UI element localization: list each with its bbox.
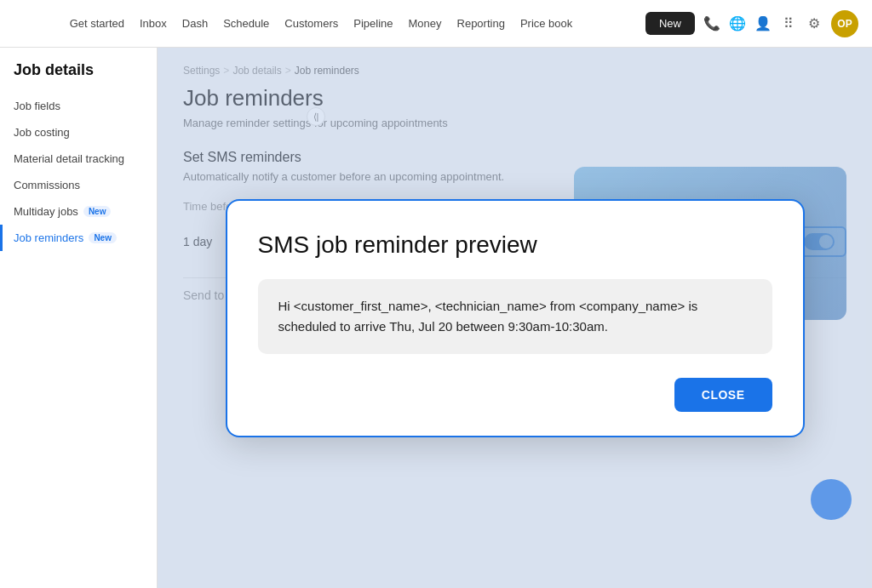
nav-schedule[interactable]: Schedule (223, 17, 269, 30)
sidebar-item-label: Commissions (14, 179, 80, 191)
modal-footer: CLOSE (258, 378, 772, 412)
nav-customers[interactable]: Customers (284, 17, 338, 30)
nav-price-book[interactable]: Price book (520, 17, 572, 30)
grid-icon[interactable]: ⠿ (780, 15, 797, 32)
sidebar-item-multiday-jobs[interactable]: Multiday jobs New (0, 198, 157, 225)
new-badge: New (83, 206, 112, 217)
sidebar-item-label: Job costing (14, 126, 70, 139)
sidebar-item-job-fields[interactable]: Job fields (0, 93, 157, 119)
new-button[interactable]: New (645, 12, 695, 35)
nav-dash[interactable]: Dash (182, 17, 208, 30)
sidebar-item-commissions[interactable]: Commissions (0, 172, 157, 198)
avatar[interactable]: OP (831, 10, 858, 37)
globe-icon[interactable]: 🌐 (729, 15, 746, 32)
new-badge: New (89, 232, 117, 243)
nav-inbox[interactable]: Inbox (140, 17, 167, 30)
sms-preview-modal: SMS job reminder preview Hi <customer_fi… (226, 199, 805, 437)
sidebar-item-label: Job reminders (14, 231, 83, 244)
sidebar-item-job-costing[interactable]: Job costing (0, 119, 157, 146)
sidebar-item-label: Multiday jobs (14, 205, 78, 218)
sidebar-item-label: Job fields (14, 100, 60, 112)
sms-preview-text: Hi <customer_first_name>, <technician_na… (278, 296, 752, 337)
main-layout: Job details Job fields Job costing Mater… (0, 48, 872, 588)
sidebar-title: Job details (0, 61, 157, 93)
nav-links: Get started Inbox Dash Schedule Customer… (14, 17, 628, 30)
sms-preview-box: Hi <customer_first_name>, <technician_na… (258, 279, 772, 354)
user-icon[interactable]: 👤 (754, 15, 772, 32)
modal-wrapper: SMS job reminder preview Hi <customer_fi… (158, 48, 872, 588)
nav-pipeline[interactable]: Pipeline (353, 17, 393, 30)
nav-get-started[interactable]: Get started (70, 17, 124, 30)
sidebar: Job details Job fields Job costing Mater… (0, 48, 158, 588)
close-button[interactable]: CLOSE (674, 378, 772, 412)
nav-right: New 📞 🌐 👤 ⠿ ⚙ OP (645, 10, 858, 37)
sidebar-item-job-reminders[interactable]: Job reminders New (0, 225, 157, 251)
settings-icon[interactable]: ⚙ (806, 15, 823, 32)
nav-money[interactable]: Money (408, 17, 441, 30)
top-navigation: Get started Inbox Dash Schedule Customer… (0, 0, 872, 48)
modal-title: SMS job reminder preview (258, 231, 772, 259)
phone-icon[interactable]: 📞 (703, 15, 720, 32)
nav-reporting[interactable]: Reporting (457, 17, 505, 30)
content-area: ⟨| Settings > Job details > Job reminder… (158, 48, 872, 588)
sidebar-item-label: Material detail tracking (14, 152, 124, 165)
sidebar-item-material-tracking[interactable]: Material detail tracking (0, 146, 157, 172)
